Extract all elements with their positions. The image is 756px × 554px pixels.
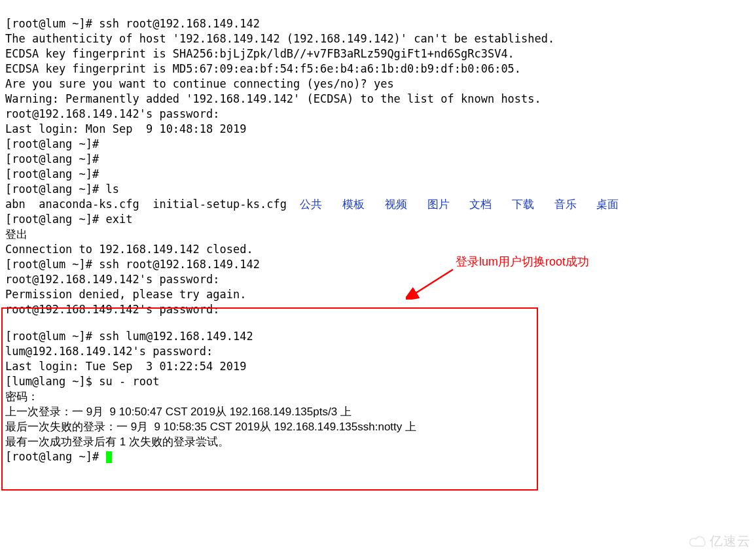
line: [root@lang ~]# ls bbox=[5, 182, 119, 196]
line: 最后一次失败的登录：一 9月 9 10:58:35 CST 2019从 192.… bbox=[5, 421, 416, 433]
line: Last login: Mon Sep 9 10:48:18 2019 bbox=[5, 122, 246, 135]
dir: 下载 bbox=[512, 198, 534, 211]
line: [root@lum ~]# ssh root@192.168.149.142 bbox=[5, 17, 260, 30]
dir: 桌面 bbox=[596, 198, 619, 211]
cloud-icon bbox=[689, 534, 707, 549]
line: [root@lang ~]# exit bbox=[5, 213, 132, 226]
ls-files: abn anaconda-ks.cfg initial-setup-ks.cfg bbox=[5, 198, 300, 211]
terminal-output-boxed: [root@lum ~]# ssh lum@192.168.149.142 lu… bbox=[5, 314, 416, 464]
line: Permission denied, please try again. bbox=[5, 288, 246, 301]
terminal-output-top: [root@lum ~]# ssh root@192.168.149.142 T… bbox=[0, 0, 756, 317]
line: 登出 bbox=[5, 228, 27, 241]
line: [root@lang ~]# bbox=[5, 167, 99, 181]
annotation-text: 登录lum用户切换root成功 bbox=[456, 254, 589, 269]
line: The authenticity of host '192.168.149.14… bbox=[5, 32, 554, 45]
line: Warning: Permanently added '192.168.149.… bbox=[5, 92, 541, 105]
line: [root@lum ~]# ssh lum@192.168.149.142 bbox=[5, 330, 253, 343]
dir: 模板 bbox=[342, 198, 365, 211]
line: Connection to 192.168.149.142 closed. bbox=[5, 243, 253, 256]
ls-line: abn anaconda-ks.cfg initial-setup-ks.cfg… bbox=[5, 198, 619, 211]
line: [root@lang ~]# bbox=[5, 152, 99, 165]
prompt-line: [root@lang ~]# bbox=[5, 450, 112, 463]
dir: 图片 bbox=[427, 198, 450, 211]
line: [root@lum ~]# ssh root@192.168.149.142 bbox=[5, 258, 260, 271]
dir: 音乐 bbox=[554, 198, 577, 211]
dir: 文档 bbox=[469, 198, 492, 211]
line: lum@192.168.149.142's password: bbox=[5, 345, 213, 358]
line: [root@lang ~]# bbox=[5, 137, 99, 150]
line: Are you sure you want to continue connec… bbox=[5, 77, 394, 90]
line: root@192.168.149.142's password: bbox=[5, 107, 220, 120]
line: root@192.168.149.142's password: bbox=[5, 273, 220, 286]
line: ECDSA key fingerprint is MD5:67:09:ea:bf… bbox=[5, 62, 521, 75]
cursor-icon bbox=[106, 451, 112, 463]
line: [lum@lang ~]$ su - root bbox=[5, 375, 159, 388]
line: 密码： bbox=[5, 390, 39, 403]
dir: 视频 bbox=[385, 198, 407, 211]
line: 上一次登录：一 9月 9 10:50:47 CST 2019从 192.168.… bbox=[5, 406, 351, 418]
watermark: 亿速云 bbox=[689, 532, 751, 550]
line: 最有一次成功登录后有 1 次失败的登录尝试。 bbox=[5, 436, 229, 448]
dir: 公共 bbox=[300, 198, 322, 211]
watermark-text: 亿速云 bbox=[710, 532, 751, 550]
line: Last login: Tue Sep 3 01:22:54 2019 bbox=[5, 360, 246, 373]
line: ECDSA key fingerprint is SHA256:bjLjZpk/… bbox=[5, 47, 514, 60]
prompt: [root@lang ~]# bbox=[5, 450, 106, 463]
